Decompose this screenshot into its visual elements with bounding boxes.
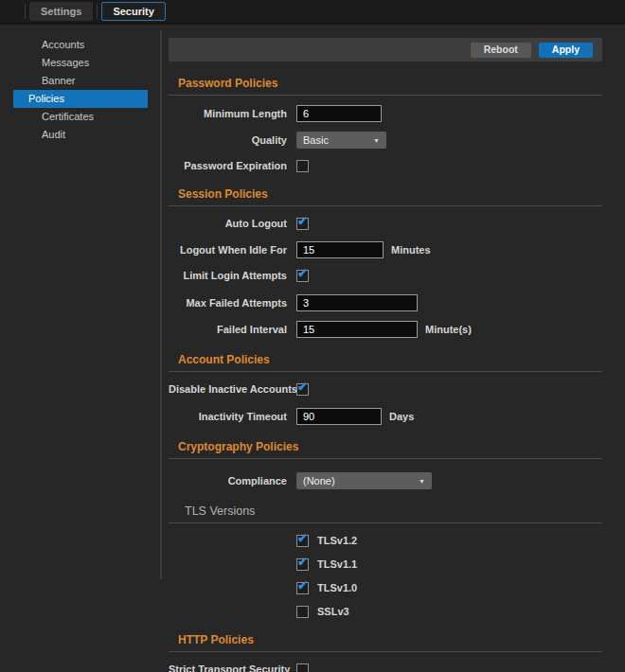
tlsv1-2-row: ✔ TLSv1.2 [169,534,602,547]
failed-interval-label: Failed Interval [169,324,287,335]
action-toolbar: Reboot Apply [169,38,602,62]
disable-inactive-row: Disable Inactive Accounts ✔ [169,382,602,396]
max-failed-label: Max Failed Attempts [169,297,287,309]
section-title-session-policies: Session Policies [178,187,602,201]
tlsv1-2-checkbox[interactable]: ✔ [296,535,309,547]
inactivity-timeout-label: Inactivity Timeout [169,411,287,422]
tlsv1-1-label: TLSv1.1 [317,558,357,570]
section-title-tls-versions: TLS Versions [185,504,602,518]
strict-transport-label: Strict Transport Security [169,663,287,672]
sidebar-item-policies[interactable]: Policies [13,90,148,108]
sidebar: Accounts Messages Banner Policies Certif… [0,27,161,144]
section-title-password-policies: Password Policies [178,77,602,90]
tlsv1-1-checkbox[interactable]: ✔ [296,558,309,571]
tlsv1-0-label: TLSv1.0 [317,582,357,593]
inactivity-timeout-row: Inactivity Timeout Days [169,408,602,425]
tlsv1-2-label: TLSv1.2 [317,535,357,546]
quality-label: Quality [169,134,287,146]
section-divider [169,651,602,652]
minimum-length-label: Minimum Length [169,108,287,119]
tlsv1-0-checkbox[interactable]: ✔ [296,582,309,594]
tab-security[interactable]: Security [101,2,165,21]
chevron-down-icon: ▼ [373,137,380,144]
password-expiration-checkbox[interactable]: ✔ [296,160,309,172]
sidebar-item-messages[interactable]: Messages [13,54,148,72]
sslv3-checkbox[interactable]: ✔ [296,606,309,618]
chevron-down-icon: ▼ [419,478,425,485]
section-title-http-policies: HTTP Policies [178,633,602,646]
inactivity-timeout-input[interactable] [296,408,382,425]
auto-logout-label: Auto Logout [169,218,287,229]
failed-interval-row: Failed Interval Minute(s) [169,321,602,338]
quality-dropdown-value: Basic [303,134,367,146]
policies-panel: Reboot Apply Password Policies Minimum L… [169,25,602,672]
tab-divider [97,4,98,19]
compliance-dropdown[interactable]: (None) ▼ [296,472,432,489]
quality-row: Quality Basic ▼ [169,132,602,149]
sidebar-content-divider [160,30,162,579]
strict-transport-checkbox[interactable]: ✔ [296,663,309,672]
check-icon: ✔ [297,380,308,393]
tlsv1-0-row: ✔ TLSv1.0 [169,581,602,594]
sidebar-item-banner[interactable]: Banner [13,72,148,90]
auto-logout-checkbox[interactable]: ✔ [296,218,309,230]
failed-interval-unit: Minute(s) [425,324,472,335]
minimum-length-row: Minimum Length [169,105,602,122]
inactivity-timeout-unit: Days [389,411,414,422]
sslv3-row: ✔ SSLv3 [169,605,602,618]
section-divider [169,522,602,523]
logout-idle-row: Logout When Idle For Minutes [169,241,602,258]
limit-login-row: Limit Login Attempts ✔ [169,269,602,282]
section-divider [169,205,602,206]
logout-idle-unit: Minutes [391,244,431,256]
compliance-row: Compliance (None) ▼ [169,472,602,489]
sidebar-item-accounts[interactable]: Accounts [13,36,148,54]
max-failed-input[interactable] [296,294,418,311]
logout-idle-label: Logout When Idle For [169,244,287,256]
check-icon: ✔ [297,532,308,544]
sidebar-item-audit[interactable]: Audit [13,126,148,144]
strict-transport-row: Strict Transport Security ✔ [169,663,602,672]
disable-inactive-checkbox[interactable]: ✔ [296,383,309,396]
check-icon: ✔ [297,579,308,592]
reboot-button[interactable]: Reboot [471,43,531,58]
limit-login-checkbox[interactable]: ✔ [296,270,309,282]
quality-dropdown[interactable]: Basic ▼ [296,132,386,149]
max-failed-row: Max Failed Attempts [169,294,602,311]
auto-logout-row: Auto Logout ✔ [169,217,602,230]
limit-login-label: Limit Login Attempts [169,270,287,281]
section-title-cryptography-policies: Cryptography Policies [178,440,602,453]
check-icon: ✔ [297,556,308,568]
sidebar-item-certificates[interactable]: Certificates [13,108,148,126]
tab-settings[interactable]: Settings [29,2,93,21]
sslv3-label: SSLv3 [317,606,349,617]
compliance-label: Compliance [169,475,287,486]
tlsv1-1-row: ✔ TLSv1.1 [169,557,602,571]
section-divider [169,458,602,459]
tab-divider [25,4,26,19]
section-divider [169,371,602,372]
failed-interval-input[interactable] [296,321,418,338]
disable-inactive-label: Disable Inactive Accounts [169,383,287,395]
apply-button[interactable]: Apply [539,43,593,58]
check-icon: ✔ [297,267,308,279]
check-icon: ✔ [297,215,308,227]
password-expiration-label: Password Expiration [169,160,287,171]
compliance-dropdown-value: (None) [303,475,413,486]
password-expiration-row: Password Expiration ✔ [169,159,602,172]
section-title-account-policies: Account Policies [178,353,602,366]
minimum-length-input[interactable] [296,105,382,122]
logout-idle-input[interactable] [296,241,384,258]
section-divider [169,95,602,96]
top-tab-bar: Settings Security [0,0,625,25]
